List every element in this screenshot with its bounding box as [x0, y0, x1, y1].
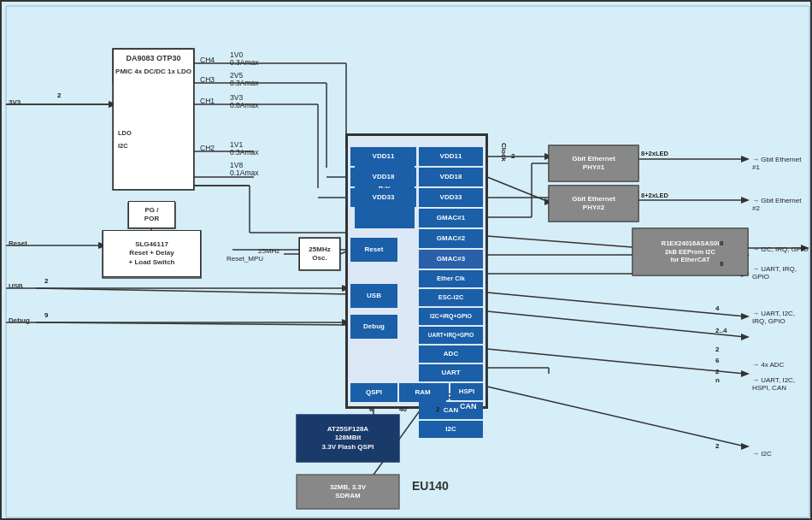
uart-irq-gpio-label: UART+IRQ+GPIO: [428, 332, 474, 339]
svg-line-59: [487, 177, 549, 202]
da9083-block: DA9083 OTP30 PMIC 4x DC/DC 1x LDO LDO I2…: [113, 49, 194, 190]
qspi-label: QSPI: [366, 388, 382, 397]
0-8amax-label: 0.8Amax: [230, 101, 259, 109]
vdd33-label: VDD33: [440, 193, 462, 202]
svg-line-69: [487, 236, 633, 247]
svg-line-78: [487, 311, 745, 337]
usb-inner-label: USB: [367, 292, 381, 300]
hspi-block: HSPI: [450, 383, 483, 400]
esc-i2c-block: ESC-I2C: [419, 289, 483, 306]
r1ex-block: R1EX24016ASAS0I2kB EEProm I2Cfor EtherCA…: [633, 228, 748, 275]
right-wire-6: 6: [715, 357, 719, 364]
esc-i2c-label: ESC-I2C: [438, 293, 464, 302]
right-wire-n: n: [715, 376, 720, 384]
can-label: CAN: [444, 406, 458, 415]
vdd11-left-label: VDD11: [373, 152, 395, 161]
vdd18-left-block: VDD18: [350, 168, 416, 186]
gmac3-block: GMAC#3: [419, 250, 483, 269]
vdd18-left-label: VDD18: [373, 173, 395, 181]
pg-por-block: PG /POR: [128, 201, 175, 228]
da9083-title: DA9083 OTP30: [114, 54, 193, 64]
gmac2-label: GMAC#2: [437, 234, 465, 243]
uart-i2c-right-label: → UART, I2C, IRQ, GPIO: [752, 310, 810, 325]
vdd11-label: VDD11: [440, 152, 462, 161]
right-wire-2-4: 2..4: [715, 327, 727, 334]
clock-num-2: 2: [511, 152, 515, 160]
i2c-irq-gpio-block: I2C+IRQ+GPIO: [419, 308, 483, 325]
3v3-wire-num: 2: [57, 92, 61, 99]
0-3amax-1-label: 0.3Amax: [230, 58, 259, 67]
debug-inner-block: Debug: [350, 315, 397, 339]
svg-line-95: [36, 322, 350, 325]
ch2-label: CH2: [200, 144, 215, 152]
sdram-label: 32MB, 3.3VSDRAM: [330, 483, 366, 501]
i2c-irq-num: 8: [720, 239, 723, 247]
ch4-label: CH4: [200, 56, 215, 64]
flash-wire-6: 6: [369, 405, 373, 413]
svg-marker-85: [741, 443, 750, 450]
vdd33-left-label: VDD33: [373, 193, 395, 202]
reset-mpu-label: Reset_MPU: [227, 255, 263, 263]
gbit-eth2-right-label: → Gbit Ethernet #2: [752, 197, 810, 212]
can-text-label: CAN: [460, 402, 477, 411]
usb-inner-block: USB: [350, 284, 397, 308]
0-1amax-label: 0.1Amax: [230, 168, 259, 177]
gmac3-label: GMAC#3: [437, 255, 465, 263]
r1ex-label: R1EX24016ASAS0I2kB EEProm I2Cfor EtherCA…: [662, 239, 720, 264]
adc-block: ADC: [419, 346, 483, 363]
vdd11-left-block: VDD11: [350, 147, 416, 166]
eu140-label: EU140: [412, 479, 449, 493]
i2c-right-label: → I2C: [752, 450, 772, 458]
debug-wire-num: 9: [44, 311, 48, 319]
debug-inner-label: Debug: [363, 322, 385, 331]
vdd11-block: VDD11: [419, 147, 483, 166]
gmac1-block: GMAC#1: [419, 209, 483, 228]
vdd18-label: VDD18: [440, 173, 462, 181]
slg46117-block: SLG46117Reset + Delay+ Load Switch: [103, 230, 201, 277]
svg-line-84: [487, 387, 745, 446]
uart-label: UART: [441, 369, 460, 377]
svg-marker-62: [741, 156, 750, 162]
uart-irq-num: 8: [720, 260, 723, 268]
4x-adc-right-label: → 4x ADC: [752, 361, 784, 369]
led1-label: 8+2xLED: [641, 150, 668, 157]
flash-block: AT25SF128A128MBit3.3V Flash QSPI: [297, 415, 399, 462]
reset-inner-block: Reset: [350, 238, 397, 262]
svg-line-94: [36, 288, 350, 294]
ram-wire-40: 40: [399, 405, 407, 413]
reset-inner-label: Reset: [365, 245, 384, 254]
gbit-phy1-block: Gbit EthernetPHY#1: [549, 145, 638, 181]
vdd33-left-block: VDD33: [350, 188, 416, 207]
adc-label: ADC: [444, 350, 458, 358]
vdd33-block: VDD33: [419, 188, 483, 207]
ram-label: RAM: [415, 388, 430, 397]
gbit-phy2-label: Gbit EthernetPHY#2: [572, 195, 615, 213]
qspi-block: QSPI: [350, 383, 397, 402]
3v3-signal-label: 3V3: [9, 98, 21, 106]
reset-signal-label: Reset: [9, 239, 27, 247]
ram-wire-2: 2: [436, 405, 439, 413]
svg-line-80: [487, 349, 745, 374]
uart-block: UART: [419, 364, 483, 381]
uart-irq-gpio-right-label: → UART, IRQ, GPIO: [752, 265, 810, 281]
0-3amax-3-label: 0.3Amax: [230, 148, 259, 157]
svg-line-76: [487, 292, 745, 316]
osc-label: 25MHzOsc.: [309, 245, 330, 263]
right-wire-2-can: 2: [715, 368, 719, 375]
right-wire-2-uart: 2: [715, 346, 719, 353]
i2c-bot-block: I2C: [419, 421, 483, 438]
ether-clk-label: Ether Clk: [437, 275, 465, 283]
usb-wire-num: 2: [44, 277, 48, 285]
ram-block: RAM: [399, 383, 446, 402]
usb-signal-label: USB: [9, 282, 23, 290]
svg-marker-79: [741, 334, 750, 340]
svg-marker-64: [741, 197, 750, 204]
debug-signal-label: Debug: [9, 316, 30, 324]
svg-marker-77: [741, 313, 750, 320]
ch3-label: CH3: [200, 75, 215, 84]
gmac2-block: GMAC#2: [419, 229, 483, 248]
ch1-label: CH1: [200, 97, 215, 105]
gbit-phy1-label: Gbit EthernetPHY#1: [572, 155, 615, 173]
i2c-bot-label: I2C: [445, 425, 456, 434]
hspi-label: HSPI: [459, 387, 475, 396]
